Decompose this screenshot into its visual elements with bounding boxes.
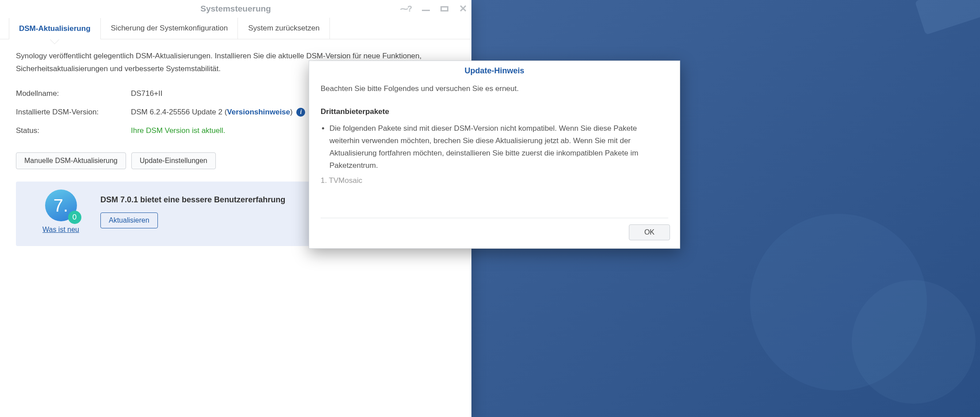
tab-reset-system[interactable]: System zurücksetzen	[238, 18, 330, 39]
window-title: Systemsteuerung	[200, 4, 271, 14]
tabs: DSM-Aktualisierung Sicherung der Systemk…	[0, 18, 471, 39]
dialog-bullet: Die folgenden Pakete sind mit dieser DSM…	[329, 122, 668, 172]
update-now-button[interactable]: Aktualisieren	[100, 212, 158, 228]
manual-update-button[interactable]: Manuelle DSM-Aktualisierung	[16, 152, 126, 169]
dsm7-badge-icon: 7. 0	[45, 190, 77, 221]
update-notice-dialog: Update-Hinweis Beachten Sie bitte Folgen…	[309, 61, 680, 249]
version-label: Installierte DSM-Version:	[16, 108, 131, 117]
model-label: Modellname:	[16, 89, 131, 98]
status-value: Ihre DSM Version ist aktuell.	[131, 126, 226, 135]
whats-new-link[interactable]: Was ist neu	[42, 226, 79, 234]
tab-backup-config[interactable]: Sicherung der Systemkonfiguration	[101, 18, 238, 39]
status-label: Status:	[16, 126, 131, 135]
promo-headline: DSM 7.0.1 bietet eine bessere Benutzerer…	[100, 195, 285, 205]
release-notes-link[interactable]: Versionshinweise	[227, 108, 290, 116]
dialog-package-item: 1. TVMosaic	[321, 174, 668, 187]
version-value: DSM 6.2.4-25556 Update 2 (Versionshinwei…	[131, 108, 305, 117]
maximize-icon[interactable]	[440, 6, 448, 11]
tab-dsm-update[interactable]: DSM-Aktualisierung	[9, 18, 101, 39]
dialog-title: Update-Hinweis	[309, 61, 680, 83]
dialog-lead: Beachten Sie bitte Folgendes und versuch…	[321, 83, 668, 95]
title-bar: Systemsteuerung ⁓? ✕	[0, 0, 471, 18]
version-suffix: )	[290, 108, 293, 116]
model-value: DS716+II	[131, 89, 162, 98]
info-icon[interactable]: i	[296, 108, 305, 117]
dialog-section-title: Drittanbieterpakete	[321, 106, 668, 118]
minimize-icon[interactable]	[422, 10, 430, 11]
close-icon[interactable]: ✕	[459, 4, 467, 14]
dsm7-badge-sub: 0	[68, 211, 81, 224]
help-icon[interactable]: ⁓?	[400, 4, 411, 14]
version-prefix: DSM 6.2.4-25556 Update 2 (	[131, 108, 227, 116]
dialog-ok-button[interactable]: OK	[629, 224, 670, 240]
dsm7-badge-main: 7.	[54, 196, 68, 216]
update-settings-button[interactable]: Update-Einstellungen	[131, 152, 216, 169]
